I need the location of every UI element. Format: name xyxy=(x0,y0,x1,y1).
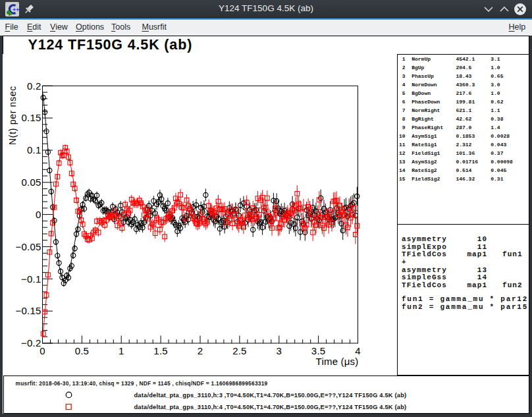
svg-text:0.05: 0.05 xyxy=(22,177,41,188)
svg-text:2.5: 2.5 xyxy=(232,345,246,356)
svg-text:1.5: 1.5 xyxy=(153,345,167,356)
svg-text:0.1: 0.1 xyxy=(27,144,41,155)
svg-text:0: 0 xyxy=(36,209,41,220)
svg-text:0.15: 0.15 xyxy=(22,112,41,123)
svg-text:−0.15: −0.15 xyxy=(16,305,41,316)
svg-text:−0.05: −0.05 xyxy=(16,241,41,252)
svg-text:−0.1: −0.1 xyxy=(21,273,41,285)
svg-text:N(t) per nsec: N(t) per nsec xyxy=(7,86,18,145)
svg-text:−0.2: −0.2 xyxy=(21,337,41,348)
svg-text:3.5: 3.5 xyxy=(311,345,325,356)
svg-text:Time (μs): Time (μs) xyxy=(316,356,359,367)
svg-text:1: 1 xyxy=(119,345,124,356)
svg-text:4: 4 xyxy=(355,345,361,356)
svg-text:2: 2 xyxy=(198,345,203,356)
svg-text:0.5: 0.5 xyxy=(75,345,89,356)
svg-text:3: 3 xyxy=(277,345,282,356)
svg-text:0.2: 0.2 xyxy=(27,80,41,92)
svg-text:Y124 TF150G 4.5K (ab): Y124 TF150G 4.5K (ab) xyxy=(28,37,193,53)
